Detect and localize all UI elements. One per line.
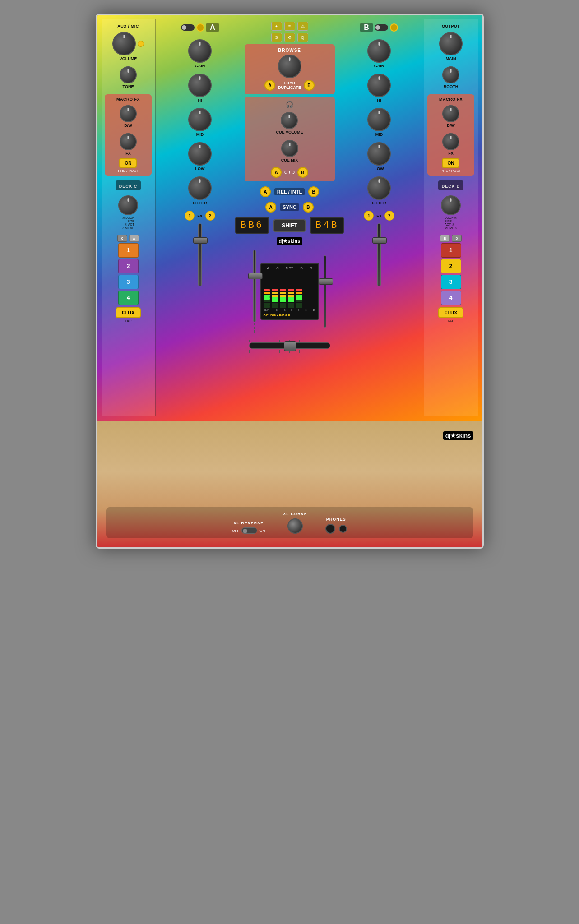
hotcue-2-right[interactable]: 2 [441, 259, 461, 273]
left-fx-knob[interactable] [120, 133, 137, 150]
phones-label: PHONES [326, 517, 346, 522]
b-gain-knob[interactable] [367, 39, 391, 63]
center-icon-dot[interactable]: ● [271, 22, 282, 31]
load-dup-text: LOAD DUPLICATE [278, 81, 301, 90]
cue-a-btn[interactable]: A [271, 167, 282, 178]
mixer-main: AUX / MIC VOLUME TONE MACRO FX D/W [97, 15, 482, 421]
sync-a-btn[interactable]: A [265, 202, 276, 213]
right-pre-post-label: PRE / POST [441, 169, 461, 173]
main-knob[interactable] [439, 32, 463, 55]
a-filter-knob[interactable] [188, 176, 212, 200]
hotcue-2-left[interactable]: 2 [118, 259, 139, 273]
b-mid-knob[interactable] [367, 108, 391, 131]
center-icon-warning[interactable]: ⚠ [297, 22, 308, 31]
left-pre-post-label: PRE / POST [118, 169, 139, 173]
cue-volume-knob[interactable] [281, 112, 298, 129]
hotcue-3-right[interactable]: 3 [441, 275, 461, 289]
phone-jack-small[interactable] [339, 525, 347, 533]
cd-row: A C / D B [271, 167, 308, 178]
right-tap-label: TAP [448, 319, 454, 323]
shift-button[interactable]: SHIFT [273, 219, 306, 232]
center-icon-s[interactable]: S [271, 33, 282, 42]
off-label: OFF [232, 529, 239, 533]
hotcue-1-left[interactable]: 1 [118, 243, 139, 258]
left-main-fader-handle[interactable] [248, 273, 263, 279]
vu-col-b [296, 289, 302, 308]
left-flux-button[interactable]: FLUX [116, 307, 141, 318]
channel-b-fader-handle[interactable] [372, 237, 387, 244]
vu-col-a [264, 289, 270, 308]
a-hi-label: HI [198, 98, 202, 102]
mixer-container: AUX / MIC VOLUME TONE MACRO FX D/W [96, 14, 484, 549]
left-column: AUX / MIC VOLUME TONE MACRO FX D/W [102, 19, 156, 416]
phones-group: PHONES [325, 517, 347, 534]
booth-knob-container: BOOTH [442, 66, 459, 89]
a-mid-knob[interactable] [188, 108, 212, 131]
right-dw-knob[interactable] [442, 105, 459, 122]
cue-b-btn[interactable]: B [297, 167, 308, 178]
tone-knob[interactable] [120, 66, 137, 83]
left-a-btn[interactable]: A [129, 235, 139, 242]
b-low-knob[interactable] [367, 142, 391, 166]
volume-knob-container: VOLUME [112, 32, 144, 61]
deck-c-loop-container: ◎ LOOP ○ SIZE ◎ ACT ○ MOVE [118, 195, 138, 230]
tone-label: TONE [123, 84, 134, 89]
xf-curve-knob[interactable] [287, 518, 303, 534]
right-on-button[interactable]: ON [442, 158, 459, 168]
a-low-knob[interactable] [188, 142, 212, 166]
load-b-btn[interactable]: B [304, 80, 315, 91]
channel-b-gear[interactable] [390, 23, 398, 32]
booth-knob[interactable] [442, 66, 459, 83]
deck-c-loop-knob[interactable] [118, 195, 138, 215]
b-hi-knob[interactable] [367, 74, 391, 97]
right-main-fader-handle[interactable] [319, 278, 333, 285]
load-label: LOAD [284, 81, 296, 85]
rel-b-btn[interactable]: B [308, 186, 319, 197]
deck-d-loop-knob[interactable] [441, 195, 461, 215]
channel-a-gear[interactable] [196, 23, 204, 32]
a-fx-1-btn[interactable]: 1 [185, 211, 195, 221]
volume-knob[interactable] [112, 32, 136, 55]
hotcue-4-right[interactable]: 4 [441, 291, 461, 305]
crossfader-handle[interactable] [284, 341, 296, 351]
load-a-btn[interactable]: A [264, 80, 275, 91]
channel-a-fader-handle[interactable] [193, 237, 208, 244]
center-icon-gear[interactable]: ⚙ [284, 33, 295, 42]
a-filter-container: FILTER [188, 176, 212, 205]
hotcue-4-left[interactable]: 4 [118, 291, 139, 305]
a-gain-knob[interactable] [188, 39, 212, 63]
rel-a-btn[interactable]: A [260, 186, 271, 197]
right-d-btn[interactable]: D [452, 235, 462, 242]
cue-mix-knob[interactable] [281, 140, 298, 157]
rel-intl-label: REL / INTL [274, 188, 305, 195]
center-icon-list[interactable]: ≡ [284, 22, 295, 31]
sync-b-btn[interactable]: B [303, 202, 314, 213]
left-macro-fx-box: MACRO FX D/W FX ON PRE / POST [105, 94, 152, 176]
xf-curve-group: XF CURVE [283, 512, 307, 534]
left-c-btn[interactable]: C [117, 235, 127, 242]
right-hotcue-section: B D 1 2 3 4 [426, 235, 476, 305]
hotcue-3-left[interactable]: 3 [118, 275, 139, 289]
xf-reverse-toggle[interactable] [241, 527, 257, 534]
hotcue-1-right[interactable]: 1 [441, 243, 461, 258]
b-filter-knob[interactable] [367, 176, 391, 200]
b-fx-1-btn[interactable]: 1 [364, 211, 374, 221]
b-gain-container: GAIN [367, 39, 391, 68]
right-flux-button[interactable]: FLUX [438, 307, 464, 318]
b-fx-2-btn[interactable]: 2 [384, 211, 394, 221]
browse-knob[interactable] [278, 55, 301, 78]
channel-b-toggle[interactable] [375, 24, 388, 31]
a-fx-2-btn[interactable]: 2 [205, 211, 215, 221]
left-on-button[interactable]: ON [119, 158, 137, 168]
phone-jack-large[interactable] [325, 524, 335, 534]
right-b-btn[interactable]: B [440, 235, 450, 242]
a-hi-knob[interactable] [188, 74, 212, 97]
channel-a-toggle[interactable] [181, 24, 195, 31]
center-icon-q[interactable]: Q [297, 33, 308, 42]
center-icon-row2: S ⚙ Q [271, 33, 308, 42]
left-fx-label: FX [125, 151, 131, 156]
channel-a-fader-track [198, 223, 202, 286]
left-dw-knob[interactable] [120, 105, 137, 122]
channel-b-fader [377, 223, 381, 296]
right-fx-knob[interactable] [442, 133, 459, 150]
